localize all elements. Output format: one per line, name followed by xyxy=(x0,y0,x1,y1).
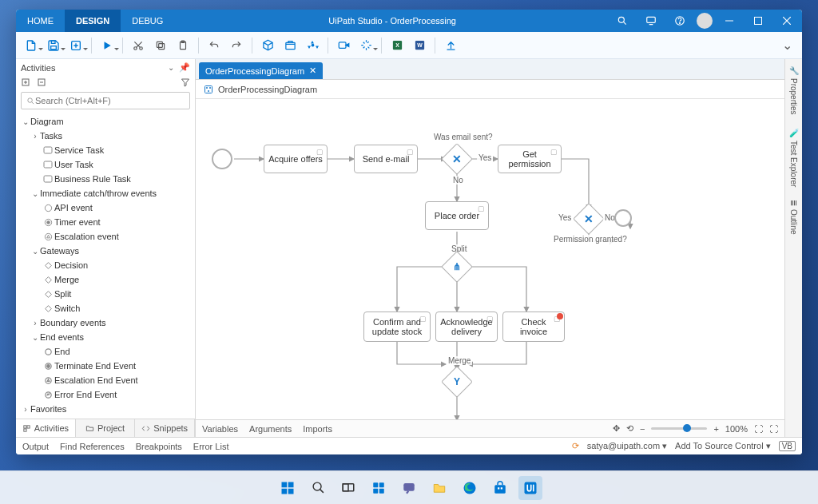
search-input[interactable] xyxy=(35,96,185,105)
entities-icon[interactable] xyxy=(302,35,323,56)
word-icon[interactable]: W xyxy=(409,35,430,56)
analyze-icon[interactable] xyxy=(355,35,376,56)
panel-tab-activities[interactable]: Activities xyxy=(16,419,76,437)
manage-packages-icon[interactable] xyxy=(280,35,300,56)
start-icon[interactable] xyxy=(276,476,300,500)
menu-home[interactable]: HOME xyxy=(16,10,65,32)
zoom-in-icon[interactable]: + xyxy=(713,424,718,434)
new-file-icon[interactable] xyxy=(21,35,42,56)
gateway-split[interactable]: ⋔ xyxy=(446,256,468,278)
footer-output[interactable]: Output xyxy=(22,442,49,451)
node-confirm-stock[interactable]: ▢Confirm and update stock xyxy=(363,312,431,342)
diagram-canvas[interactable]: ▢Acquire offers ▢Send e-mail Was email s… xyxy=(196,99,784,419)
feedback-icon[interactable] xyxy=(639,10,663,32)
cut-icon[interactable] xyxy=(128,35,149,56)
zoom-reset-icon[interactable]: ⟲ xyxy=(626,423,633,434)
taskbar-search-icon[interactable] xyxy=(306,476,330,500)
document-tab[interactable]: OrderProcessingDiagram ✕ xyxy=(199,62,323,79)
node-acquire-offers[interactable]: ▢Acquire offers xyxy=(264,145,328,173)
collapse-ribbon-icon[interactable]: ⌄ xyxy=(777,38,797,53)
zoom-slider[interactable] xyxy=(651,427,707,430)
footer-error-list[interactable]: Error List xyxy=(193,442,229,451)
excel-icon[interactable]: X xyxy=(387,35,407,56)
tree-diagram[interactable]: ⌄Diagram xyxy=(19,114,192,129)
tree-api-event[interactable]: API event xyxy=(19,200,192,215)
tree-end-events[interactable]: ⌄End events xyxy=(19,330,192,344)
tree-decision[interactable]: Decision xyxy=(19,258,192,272)
save-icon[interactable] xyxy=(43,35,64,56)
gateway-permission[interactable]: ✕ xyxy=(578,208,600,230)
paste-icon[interactable] xyxy=(173,35,193,56)
panel-tab-snippets[interactable]: Snippets xyxy=(135,419,195,437)
tree-error-end[interactable]: Error End Event xyxy=(19,387,192,402)
activities-search[interactable] xyxy=(21,92,190,109)
collapse-all-icon[interactable] xyxy=(37,77,46,87)
close-icon[interactable] xyxy=(775,10,799,32)
tab-properties[interactable]: 🔧Properties xyxy=(789,65,798,115)
menu-design[interactable]: DESIGN xyxy=(65,10,121,32)
edge-icon[interactable] xyxy=(458,476,482,500)
widgets-icon[interactable] xyxy=(367,476,391,500)
node-check-invoice[interactable]: ▢Check invoice xyxy=(502,312,565,342)
uipath-icon[interactable] xyxy=(518,476,542,500)
search-icon[interactable] xyxy=(610,10,634,32)
tree-user-task[interactable]: User Task xyxy=(19,157,192,172)
taskview-icon[interactable] xyxy=(336,476,360,500)
footer-find-references[interactable]: Find References xyxy=(60,442,125,451)
package-icon[interactable] xyxy=(257,35,278,56)
undo-icon[interactable] xyxy=(204,35,224,56)
user-avatar[interactable] xyxy=(697,13,713,29)
tree-service-task[interactable]: Service Task xyxy=(19,143,192,157)
filter-icon[interactable] xyxy=(181,77,190,87)
tree-boundary[interactable]: ›Boundary events xyxy=(19,315,192,330)
node-place-order[interactable]: ▢Place order xyxy=(425,201,489,230)
sync-icon[interactable]: ⟳ xyxy=(572,441,579,451)
footer-user[interactable]: satya@uipath.com ▾ xyxy=(587,441,667,451)
tree-favorites[interactable]: ›Favorites xyxy=(19,402,192,416)
store-icon[interactable] xyxy=(488,476,512,500)
tree-tasks[interactable]: ›Tasks xyxy=(19,129,192,143)
tab-test-explorer[interactable]: 🧪Test Explorer xyxy=(789,128,798,187)
explorer-icon[interactable] xyxy=(427,476,451,500)
minimize-icon[interactable] xyxy=(717,10,741,32)
tree-escalation-event[interactable]: Escalation event xyxy=(19,229,192,244)
maximize-icon[interactable] xyxy=(746,10,770,32)
zoom-out-icon[interactable]: − xyxy=(640,424,645,434)
footer-imports[interactable]: Imports xyxy=(303,424,332,434)
breadcrumb-label[interactable]: OrderProcessingDiagram xyxy=(218,85,317,94)
fit-screen-icon[interactable]: ⛶ xyxy=(754,424,763,434)
recording-icon[interactable] xyxy=(333,35,354,56)
node-ack-delivery[interactable]: ▢Acknowledge delivery xyxy=(435,312,498,342)
tree-events[interactable]: ⌄Immediate catch/throw events xyxy=(19,186,192,200)
node-send-email[interactable]: ▢Send e-mail xyxy=(354,145,418,173)
tree-terminate-end[interactable]: Terminate End Event xyxy=(19,359,192,373)
tree-biz-rule-task[interactable]: Business Rule Task xyxy=(19,172,192,186)
gateway-merge[interactable]: Y xyxy=(446,371,468,393)
tree-split[interactable]: Split xyxy=(19,287,192,301)
chevron-down-icon[interactable]: ⌄ xyxy=(168,63,174,72)
tree-timer-event[interactable]: Timer event xyxy=(19,215,192,229)
tree-switch[interactable]: Switch xyxy=(19,301,192,315)
node-get-permission[interactable]: ▢Get permission xyxy=(498,145,562,173)
pan-icon[interactable]: ✥ xyxy=(613,423,620,434)
tree-merge[interactable]: Merge xyxy=(19,272,192,287)
gateway-email-sent[interactable]: ✕ xyxy=(446,148,468,170)
run-icon[interactable] xyxy=(97,35,117,56)
expand-all-icon[interactable] xyxy=(21,77,30,87)
panel-tab-project[interactable]: Project xyxy=(76,419,136,437)
tab-outline[interactable]: ≣Outline xyxy=(789,200,798,235)
close-tab-icon[interactable]: ✕ xyxy=(309,65,316,76)
footer-breakpoints[interactable]: Breakpoints xyxy=(136,442,182,451)
chat-icon[interactable] xyxy=(397,476,421,500)
pin-icon[interactable]: 📌 xyxy=(179,62,190,73)
export-icon[interactable] xyxy=(66,35,86,56)
help-icon[interactable] xyxy=(668,10,692,32)
tree-escalation-end[interactable]: Escalation End Event xyxy=(19,373,192,387)
copy-icon[interactable] xyxy=(150,35,171,56)
start-node[interactable] xyxy=(212,149,232,169)
footer-source-control[interactable]: Add To Source Control ▾ xyxy=(675,441,771,451)
footer-variables[interactable]: Variables xyxy=(202,424,238,434)
tree-end[interactable]: End xyxy=(19,344,192,359)
end-node-no-permission[interactable] xyxy=(614,209,632,227)
fullscreen-icon[interactable]: ⛶ xyxy=(769,424,778,434)
